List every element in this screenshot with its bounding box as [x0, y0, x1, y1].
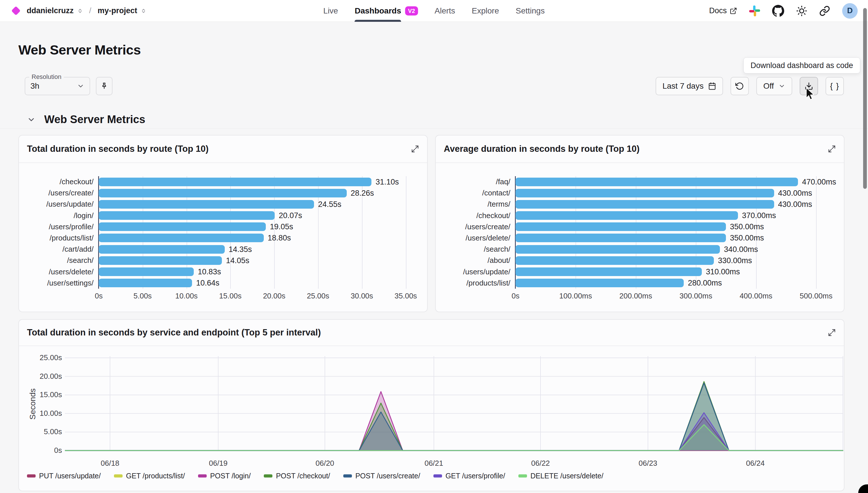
- active-tab-underline: [355, 20, 401, 22]
- bar-track: 370.00ms: [515, 210, 837, 221]
- bar[interactable]: [99, 211, 275, 220]
- bar-value-label: 10.64s: [196, 279, 219, 287]
- bar[interactable]: [515, 189, 774, 197]
- user-avatar[interactable]: D: [842, 3, 858, 19]
- bar[interactable]: [99, 234, 264, 242]
- bar-value-label: 430.00ms: [778, 200, 812, 209]
- bar[interactable]: [99, 245, 225, 254]
- org-caret-updown-icon[interactable]: [77, 8, 83, 14]
- bar-value-label: 24.55s: [318, 200, 341, 209]
- bar[interactable]: [515, 256, 714, 265]
- bar[interactable]: [99, 267, 194, 276]
- category-label: /checkout/: [26, 177, 99, 186]
- time-range-value: Last 7 days: [662, 82, 703, 91]
- org-selector[interactable]: ddanielcruzz: [27, 6, 74, 15]
- bar[interactable]: [99, 178, 372, 186]
- x-tick-label: 0s: [95, 292, 103, 300]
- legend-item[interactable]: DELETE /users/delete/: [518, 472, 604, 480]
- chart-panel-service-endpoint: Total duration in seconds by service and…: [18, 319, 845, 491]
- bar[interactable]: [515, 211, 738, 220]
- y-tick-label: 10.00s: [19, 409, 62, 418]
- tab-live[interactable]: Live: [323, 0, 338, 22]
- download-dashboard-button[interactable]: [800, 77, 818, 95]
- bar[interactable]: [515, 279, 684, 287]
- vertical-scrollbar[interactable]: [863, 8, 867, 189]
- project-caret-updown-icon[interactable]: [141, 8, 146, 14]
- edit-json-button[interactable]: { }: [826, 77, 844, 95]
- bar-track: 14.05s: [99, 255, 420, 266]
- bar-value-label: 10.83s: [198, 267, 221, 276]
- bar-track: 10.83s: [99, 266, 420, 278]
- share-link-icon[interactable]: [819, 5, 830, 16]
- bar[interactable]: [515, 245, 720, 254]
- bar-track: 310.00ms: [515, 266, 837, 278]
- bar-track: 31.10s: [99, 176, 420, 187]
- x-tick-label: 100.00ms: [559, 292, 592, 300]
- x-tick-label: 06/21: [425, 459, 443, 468]
- bar[interactable]: [99, 279, 192, 287]
- tab-alerts[interactable]: Alerts: [435, 0, 455, 22]
- x-tick-label: 06/22: [531, 459, 550, 468]
- bar-row: /contact/430.00ms: [443, 187, 837, 198]
- bar-value-label: 330.00ms: [718, 256, 752, 265]
- category-label: /search/: [26, 256, 99, 265]
- bar-row: /terms/430.00ms: [443, 198, 837, 210]
- section-header[interactable]: Web Server Metrics: [0, 111, 868, 129]
- tab-dashboards[interactable]: DashboardsV2: [355, 0, 418, 22]
- bar[interactable]: [515, 234, 726, 242]
- tab-settings[interactable]: Settings: [516, 0, 545, 22]
- bar-chart: /checkout/31.10s/users/create/28.26s/use…: [19, 163, 427, 312]
- refresh-button[interactable]: [731, 77, 749, 95]
- version-badge: V2: [405, 6, 418, 16]
- dashboard-controls-right: Last 7 days Off { }: [656, 77, 844, 95]
- category-label: /users/delete/: [443, 234, 515, 242]
- x-tick-label: 06/24: [746, 459, 765, 468]
- bar[interactable]: [99, 200, 314, 209]
- legend-item[interactable]: POST /login/: [198, 472, 251, 480]
- resolution-select[interactable]: Resolution 3h: [25, 77, 90, 95]
- x-tick-label: 06/20: [315, 459, 334, 468]
- x-tick-label: 30.00s: [351, 292, 373, 300]
- bar[interactable]: [515, 178, 798, 186]
- bar[interactable]: [99, 222, 266, 231]
- category-label: /cart/add/: [26, 245, 99, 254]
- bar[interactable]: [515, 200, 774, 209]
- panel-title: Total duration in seconds by route (Top …: [27, 144, 209, 154]
- project-selector[interactable]: my-project: [98, 6, 137, 15]
- legend-item[interactable]: POST /checkout/: [264, 472, 330, 480]
- expand-icon[interactable]: [828, 328, 836, 337]
- category-label: /users/create/: [443, 222, 515, 231]
- auto-refresh-select[interactable]: Off: [756, 77, 792, 95]
- github-icon[interactable]: [772, 5, 784, 17]
- legend-swatch: [27, 474, 36, 477]
- expand-icon[interactable]: [828, 145, 836, 153]
- legend-label: PUT /users/update/: [39, 472, 101, 480]
- legend-item[interactable]: GET /products/list/: [114, 472, 185, 480]
- section-collapse-chevron-icon[interactable]: [27, 115, 36, 124]
- legend-item[interactable]: POST /users/create/: [343, 472, 420, 480]
- y-tick-label: 5.00s: [19, 427, 62, 436]
- x-axis-ticks: 0s100.00ms200.00ms300.00ms400.00ms500.00…: [515, 292, 837, 301]
- chart-panel-total-duration: Total duration in seconds by route (Top …: [18, 135, 428, 312]
- bar-row: /users/update/24.55s: [26, 198, 420, 210]
- time-range-button[interactable]: Last 7 days: [656, 77, 723, 95]
- category-label: /users/create/: [26, 189, 99, 197]
- legend-item[interactable]: PUT /users/update/: [27, 472, 101, 480]
- theme-sun-icon[interactable]: [796, 5, 807, 16]
- slack-icon[interactable]: [749, 5, 760, 16]
- legend-item[interactable]: GET /users/profile/: [433, 472, 505, 480]
- bar-value-label: 430.00ms: [778, 189, 812, 197]
- tab-explore[interactable]: Explore: [472, 0, 499, 22]
- brand-logo-icon[interactable]: [11, 6, 21, 16]
- pin-resolution-button[interactable]: [96, 77, 112, 95]
- bar[interactable]: [515, 222, 726, 231]
- bar[interactable]: [99, 189, 347, 197]
- docs-link[interactable]: Docs: [709, 6, 737, 15]
- expand-icon[interactable]: [411, 145, 419, 153]
- y-tick-label: 15.00s: [19, 390, 62, 399]
- bar[interactable]: [99, 256, 222, 265]
- bar[interactable]: [515, 267, 702, 276]
- refresh-icon: [735, 82, 744, 90]
- legend-swatch: [114, 474, 123, 477]
- series-post-login-: [65, 392, 843, 451]
